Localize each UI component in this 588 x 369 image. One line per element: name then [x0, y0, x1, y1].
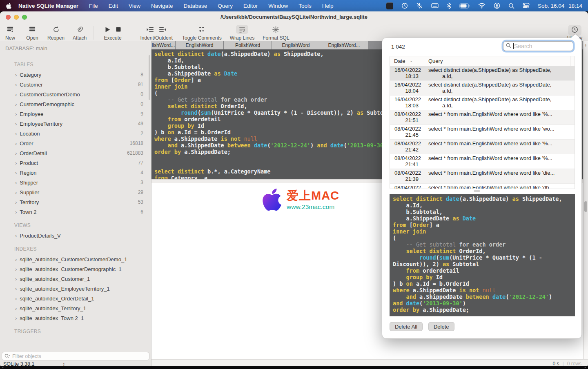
filter-objects-input[interactable]: Filter objects: [2, 352, 149, 360]
time-machine-icon[interactable]: [401, 2, 408, 9]
menu-database[interactable]: Database: [183, 3, 207, 9]
scrollbar-thumb[interactable]: [584, 201, 587, 212]
menu-help[interactable]: Help: [322, 3, 334, 9]
battery-icon[interactable]: [459, 3, 470, 9]
account-icon[interactable]: [494, 2, 500, 9]
chevron-right-icon[interactable]: ›: [15, 305, 17, 311]
tab-5[interactable]: EnglishWord...: [320, 41, 368, 49]
menu-edit[interactable]: Edit: [109, 3, 118, 9]
sidebar-item-shipper[interactable]: ›Shipper3: [0, 178, 149, 187]
sidebar-item-supplier[interactable]: ›Supplier29: [0, 187, 149, 197]
toggle-comments-button[interactable]: Toggle Comments: [182, 25, 222, 41]
history-row[interactable]: 08/04/202221:41select * from main.Englis…: [390, 154, 575, 169]
attach-button[interactable]: Attach: [73, 25, 87, 41]
history-row[interactable]: 16/04/202218:13select distinct date(a.Sh…: [390, 66, 575, 81]
sidebar-item-category[interactable]: ›Category8: [0, 70, 149, 80]
sidebar-item-customerdemographic[interactable]: ›CustomerDemographic0: [0, 99, 149, 109]
chevron-right-icon[interactable]: ›: [15, 199, 17, 205]
sidebar-item-productdetails-v[interactable]: ›ProductDetails_V: [0, 231, 149, 240]
menu-view[interactable]: View: [129, 3, 140, 9]
sidebar-item-location[interactable]: ›Location2: [0, 129, 149, 138]
chevron-right-icon[interactable]: ›: [15, 140, 17, 147]
indent-outdent-button[interactable]: Indent/Outdent: [139, 25, 174, 41]
menu-navigate[interactable]: Navigate: [151, 3, 173, 9]
sidebar-item-employeeterritory[interactable]: ›EmployeeTerritory49: [0, 119, 149, 129]
tab-4[interactable]: EnglishWord: [272, 41, 320, 49]
history-row[interactable]: 16/04/202218:03select distinct date(a.Sh…: [390, 96, 575, 110]
open-button[interactable]: Open: [25, 25, 39, 41]
chevron-right-icon[interactable]: ›: [15, 189, 17, 196]
execute-button[interactable]: Execute: [100, 25, 125, 41]
history-row[interactable]: 16/04/202218:04select distinct date(a.Sh…: [390, 81, 575, 96]
outdent-icon[interactable]: [159, 27, 167, 33]
wifi-icon[interactable]: [478, 3, 486, 9]
sidebar-item-territory[interactable]: ›Territory53: [0, 197, 149, 207]
chevron-right-icon[interactable]: ›: [15, 266, 17, 272]
chevron-right-icon[interactable]: ›: [15, 180, 17, 186]
menubar-clock[interactable]: Sob. 16.0418:14: [538, 3, 582, 9]
menu-tools[interactable]: Tools: [298, 3, 312, 9]
menubar-app-name[interactable]: Native SQLite Manager: [18, 3, 78, 9]
sidebar-item-sqlite-autoindex-customer-1[interactable]: ›sqlite_autoindex_Customer_1: [0, 274, 149, 284]
indent-icon[interactable]: [146, 27, 154, 33]
chevron-right-icon[interactable]: ›: [15, 286, 17, 292]
sidebar-scrollbar[interactable]: [149, 55, 150, 100]
chevron-right-icon[interactable]: ›: [15, 101, 17, 107]
sidebar-item-sqlite-autoindex-territory-1[interactable]: ›sqlite_autoindex_Territory_1: [0, 303, 149, 313]
tab-3[interactable]: PolishWord: [224, 41, 272, 49]
sidebar-item-sqlite-autoindex-customercustomerdemo-1[interactable]: ›sqlite_autoindex_CustomerCustomerDemo_1: [0, 254, 149, 264]
history-row[interactable]: 08/04/202221:39select * from main.Englis…: [390, 169, 575, 184]
chevron-right-icon[interactable]: ›: [15, 131, 17, 137]
history-row[interactable]: 08/04/202221:51select * from main.Englis…: [390, 110, 575, 125]
control-center-icon[interactable]: [523, 3, 530, 9]
column-header-query[interactable]: Query: [424, 56, 570, 66]
chevron-right-icon[interactable]: ›: [15, 91, 17, 98]
menu-file[interactable]: File: [89, 3, 98, 9]
sidebar-item-sqlite-autoindex-orderdetail-1[interactable]: ›sqlite_autoindex_OrderDetail_1: [0, 293, 149, 303]
delete-button[interactable]: Delete: [428, 322, 454, 331]
bluetooth-icon[interactable]: [447, 2, 451, 9]
menu-editor[interactable]: Editor: [243, 3, 258, 9]
stop-icon[interactable]: [116, 27, 121, 32]
sidebar-item-customer[interactable]: ›Customer91: [0, 80, 149, 89]
tab-2[interactable]: EnglishWord: [176, 41, 224, 49]
chevron-right-icon[interactable]: ›: [15, 121, 17, 127]
search-icon[interactable]: [508, 3, 514, 9]
table-scroll-indicator[interactable]: [474, 190, 480, 192]
mic-muted-icon[interactable]: [416, 2, 423, 9]
play-icon[interactable]: [105, 27, 110, 33]
add-tab-button[interactable]: +: [584, 42, 588, 48]
sidebar-item-product[interactable]: ›Product77: [0, 158, 149, 168]
sidebar-item-town-2[interactable]: ›Town 26: [0, 207, 149, 217]
chevron-right-icon[interactable]: ›: [15, 233, 17, 239]
history-row[interactable]: 08/04/202221:42select * from main.Englis…: [390, 140, 575, 154]
history-row[interactable]: 08/04/202221:45select * from main.Englis…: [390, 125, 575, 140]
chevron-right-icon[interactable]: ›: [15, 72, 17, 78]
sidebar-item-orderdetail[interactable]: ›OrderDetail621883: [0, 148, 149, 158]
chevron-right-icon[interactable]: ›: [15, 256, 17, 262]
sidebar-item-region[interactable]: ›Region4: [0, 168, 149, 178]
popover-search-input[interactable]: Search: [503, 41, 573, 51]
chevron-right-icon[interactable]: ›: [15, 315, 17, 321]
new-button[interactable]: New: [3, 25, 17, 41]
chevron-right-icon[interactable]: ›: [15, 276, 17, 282]
chevron-right-icon[interactable]: ›: [15, 170, 17, 176]
delete-all-button[interactable]: Delete All: [390, 322, 423, 331]
tab-1[interactable]: lishWord...: [151, 41, 176, 49]
chevron-right-icon[interactable]: ›: [15, 150, 17, 156]
sidebar-item-sqlite-autoindex-customerdemographic-1[interactable]: ›sqlite_autoindex_CustomerDemographic_1: [0, 264, 149, 274]
chevron-right-icon[interactable]: ›: [15, 209, 17, 215]
chevron-right-icon[interactable]: ›: [15, 296, 17, 302]
chevron-right-icon[interactable]: ›: [15, 82, 17, 88]
right-scrollbar-track[interactable]: +: [583, 41, 588, 359]
chevron-right-icon[interactable]: ›: [15, 111, 17, 117]
sidebar-item-customercustomerdemo[interactable]: ›CustomerCustomerDemo0: [0, 89, 149, 99]
wrap-lines-button[interactable]: Wrap Lines: [230, 25, 254, 41]
keyboard-icon[interactable]: [431, 3, 439, 9]
sidebar-item-sqlite-autoindex-employeeterritory-1[interactable]: ›sqlite_autoindex_EmployeeTerritory_1: [0, 284, 149, 293]
reopen-button[interactable]: Reopen: [47, 25, 65, 41]
menu-window[interactable]: Window: [268, 3, 288, 9]
sidebar-item-order[interactable]: ›Order16818: [0, 138, 149, 148]
column-header-date[interactable]: Date ›: [390, 56, 424, 66]
menu-query[interactable]: Query: [218, 3, 233, 9]
